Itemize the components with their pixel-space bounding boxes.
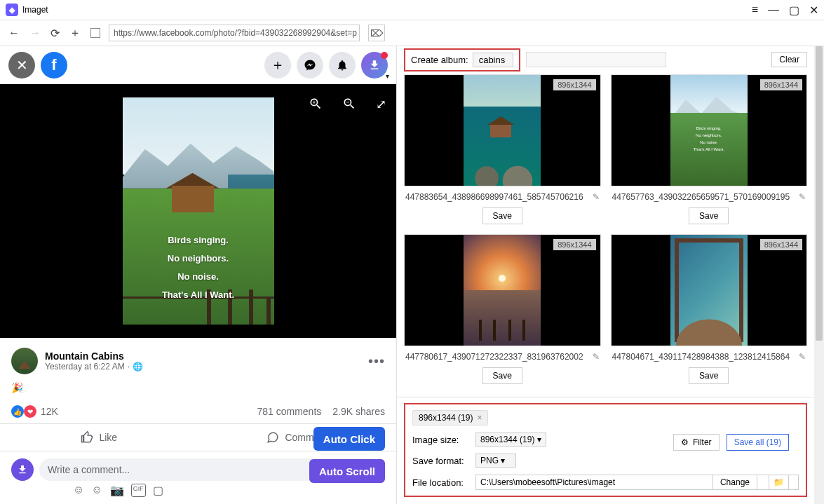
overlay-text-4: That's All I Want.: [123, 290, 274, 300]
save-button[interactable]: Save: [482, 207, 522, 224]
change-location-button[interactable]: Change: [712, 475, 757, 490]
file-location-label: File location:: [412, 477, 475, 488]
fb-account-icon[interactable]: ▾: [361, 52, 388, 79]
filename: 447780617_439071272322337_831963762002: [405, 352, 588, 362]
create-album-box: Create album: cabins: [404, 48, 520, 71]
filename: 447657763_439032265659571_570169009195: [612, 192, 795, 202]
overlay-text-1: Birds singing.: [123, 235, 274, 245]
fb-close-icon[interactable]: ✕: [8, 52, 35, 79]
shares-count[interactable]: 2.9K shares: [332, 406, 385, 417]
fb-create-icon[interactable]: ＋: [264, 52, 291, 79]
fb-header: ✕ f ＋ ▾: [0, 46, 396, 84]
zoom-in-icon[interactable]: [309, 97, 323, 114]
image-card: 896x1344 447804671_439117428984388_12381…: [611, 234, 808, 390]
fb-notifications-icon[interactable]: [329, 52, 356, 79]
image-size-label: Image size:: [412, 435, 475, 445]
browser-navbar: ← → ⟳ ＋ https://www.facebook.com/photo/?…: [0, 20, 824, 46]
save-button[interactable]: Save: [689, 207, 729, 224]
overlay-text-3: No noise.: [123, 271, 274, 282]
chip-remove-icon[interactable]: ×: [477, 413, 482, 423]
thumbnail[interactable]: 896x1344: [611, 234, 808, 346]
sticker-icon[interactable]: ▢: [153, 484, 163, 497]
page-avatar[interactable]: [11, 348, 38, 374]
overlay-text-2: No neighbors.: [123, 253, 274, 264]
sliders-icon: ⚙: [681, 437, 689, 447]
dimension-badge: 896x1344: [760, 79, 802, 90]
open-folder-icon[interactable]: 📁: [769, 475, 789, 490]
edit-icon[interactable]: ✎: [593, 352, 600, 362]
back-icon[interactable]: ←: [8, 27, 20, 39]
embedded-page: ✕ f ＋ ▾: [0, 46, 397, 504]
save-all-button[interactable]: Save all (19): [727, 434, 789, 451]
thumbnail[interactable]: Birds singing.No neighbors.No noise.That…: [611, 74, 808, 186]
likes-count[interactable]: 👍 ❤ 12K: [11, 405, 58, 418]
titlebar: ◈ Imaget ≡ — ▢ ✕: [0, 0, 824, 20]
size-filter-chip[interactable]: 896x1344 (19)×: [412, 410, 488, 425]
maximize-icon[interactable]: ▢: [789, 4, 799, 17]
page-name[interactable]: Mountain Cabins: [45, 350, 143, 362]
my-avatar[interactable]: [11, 458, 34, 481]
image-card: Birds singing.No neighbors.No noise.That…: [611, 74, 808, 230]
save-format-select[interactable]: PNG ▾: [475, 454, 516, 468]
main-photo[interactable]: Birds singing. No neighbors. No noise. T…: [123, 97, 274, 325]
app-logo: ◈: [6, 4, 18, 16]
thumbnail[interactable]: 896x1344: [404, 234, 601, 346]
emoji-icon[interactable]: ☺: [91, 484, 102, 497]
auto-click-button[interactable]: Auto Click: [313, 427, 385, 451]
edit-icon[interactable]: ✎: [593, 192, 600, 202]
post-timestamp: Yesterday at 6:22 AM · 🌐: [45, 362, 143, 372]
url-input[interactable]: https://www.facebook.com/photo/?fbid=439…: [109, 25, 360, 41]
filename: 447804671_439117428984388_123812415864: [612, 352, 795, 362]
celebrate-icon: 🎉: [11, 382, 23, 393]
avatar-sticker-icon[interactable]: ☺: [73, 484, 84, 497]
new-tab-icon[interactable]: ＋: [69, 26, 81, 41]
zoom-out-icon[interactable]: [342, 97, 356, 114]
image-card: 896x1344 447780617_439071272322337_83196…: [404, 234, 601, 390]
forward-icon: →: [29, 27, 41, 39]
edit-icon[interactable]: ✎: [799, 352, 806, 362]
auto-scroll-button[interactable]: Auto Scroll: [309, 459, 385, 483]
download-panel: Create album: cabins Clear 896x1344 4478…: [397, 46, 814, 504]
image-size-select[interactable]: 896x1344 (19) ▾: [475, 433, 546, 447]
camera-icon[interactable]: 📷: [110, 484, 124, 497]
hamburger-icon[interactable]: ≡: [752, 4, 758, 16]
comments-count[interactable]: 781 comments: [257, 406, 321, 417]
post-more-icon[interactable]: •••: [368, 353, 385, 369]
tag-icon[interactable]: ⌦: [368, 25, 385, 41]
fb-messenger-icon[interactable]: [297, 52, 323, 79]
app-title: Imaget: [22, 5, 48, 15]
filename: 447883654_438986698997461_585745706216: [405, 192, 588, 202]
reload-icon[interactable]: ⟳: [50, 27, 60, 40]
scrollbar[interactable]: [814, 46, 824, 504]
dimension-badge: 896x1344: [760, 239, 802, 250]
gif-icon[interactable]: GIF: [131, 484, 146, 497]
minimize-icon[interactable]: —: [768, 4, 779, 16]
edit-icon[interactable]: ✎: [799, 192, 806, 202]
public-icon: 🌐: [133, 362, 143, 372]
thumbnail[interactable]: 896x1344: [404, 74, 601, 186]
album-name-input[interactable]: cabins: [473, 53, 513, 67]
filter-button[interactable]: ⚙Filter: [673, 434, 720, 451]
dimension-badge: 896x1344: [553, 79, 595, 90]
image-card: 896x1344 447883654_438986698997461_58574…: [404, 74, 601, 230]
create-album-label: Create album:: [411, 55, 468, 65]
save-button[interactable]: Save: [689, 367, 729, 384]
fullscreen-icon[interactable]: ⤢: [376, 97, 386, 114]
fb-logo-icon[interactable]: f: [41, 52, 67, 79]
photo-viewer: ⤢ Birds singing. No neighbors. No noise.…: [0, 84, 396, 338]
save-format-label: Save format:: [412, 456, 475, 466]
like-button[interactable]: Like: [0, 424, 198, 451]
dimension-badge: 896x1344: [553, 239, 595, 250]
close-icon[interactable]: ✕: [809, 4, 818, 17]
clear-button[interactable]: Clear: [771, 52, 807, 67]
save-button[interactable]: Save: [482, 367, 522, 384]
album-extra-input[interactable]: [526, 52, 666, 67]
page-icon[interactable]: [90, 28, 100, 38]
